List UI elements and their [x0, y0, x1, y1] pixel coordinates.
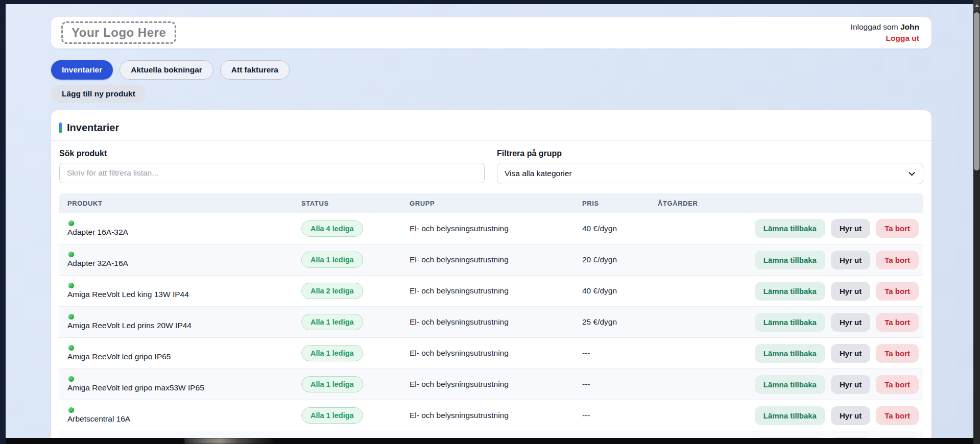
actions-cell: Lämna tillbaka Hyr ut Ta bort [650, 219, 923, 238]
background-window-fragment [184, 438, 274, 444]
product-cell: Amiga ReeVolt Led prins 20W IP44 [59, 314, 293, 330]
price-cell: 40 €/dygn [574, 224, 650, 233]
panel-title: Inventarier [67, 122, 119, 134]
filter-label: Filtrera på grupp [497, 149, 923, 158]
search-input[interactable] [59, 163, 485, 183]
product-cell: Adapter 16A-32A [59, 220, 293, 237]
chevron-down-icon [909, 169, 915, 176]
account-info: Inloggad som John Logga ut [851, 22, 919, 44]
group-filter: Filtrera på grupp Visa alla kategorier [497, 149, 923, 184]
actions-cell: Lämna tillbaka Hyr ut Ta bort [650, 251, 923, 269]
rent-button[interactable]: Hyr ut [831, 251, 870, 269]
tab-inventarier[interactable]: Inventarier [51, 60, 113, 80]
header-card: Your Logo Here Inloggad som John Logga u… [51, 17, 931, 48]
table-header-row: PRODUKT STATUS GRUPP PRIS ÅTGÄRDER [59, 193, 923, 213]
rent-button[interactable]: Hyr ut [831, 375, 870, 394]
product-name: Arbetscentral 16A [67, 414, 293, 424]
status-cell: Alla 4 lediga [293, 220, 401, 237]
product-cell: Amiga ReeVolt led gripo max53W IP65 [59, 376, 293, 392]
delete-button[interactable]: Ta bort [876, 406, 919, 425]
available-dot-icon [68, 376, 74, 382]
product-cell: Adapter 32A-16A [59, 252, 293, 268]
return-button[interactable]: Lämna tillbaka [755, 313, 825, 332]
table-row: Adapter 32A-16A Alla 1 lediga El- och be… [59, 244, 923, 275]
table-row: Amiga ReeVolt Led prins 20W IP44 Alla 1 … [59, 306, 923, 337]
table-row: Amiga ReeVolt led gripo IP65 Alla 1 ledi… [59, 337, 923, 368]
status-cell: Alla 1 lediga [293, 252, 401, 268]
delete-button[interactable]: Ta bort [876, 344, 919, 363]
product-cell: Amiga ReeVolt Led king 13W IP44 [59, 283, 293, 299]
rent-button[interactable]: Hyr ut [831, 406, 870, 425]
product-name: Amiga ReeVolt led gripo max53W IP65 [67, 383, 293, 392]
status-cell: Alla 1 lediga [293, 345, 401, 361]
rent-button[interactable]: Hyr ut [831, 344, 870, 363]
product-name: Adapter 32A-16A [67, 259, 293, 268]
rent-button[interactable]: Hyr ut [831, 282, 870, 301]
status-cell: Alla 1 lediga [293, 314, 401, 330]
return-button[interactable]: Lämna tillbaka [755, 375, 825, 394]
group-cell: El- och belysningsutrustning [401, 380, 574, 389]
available-dot-icon [68, 283, 74, 288]
delete-button[interactable]: Ta bort [876, 282, 919, 301]
secondary-tabs: Lägg till ny produkt [51, 85, 146, 103]
group-cell: El- och belysningsutrustning [401, 224, 574, 233]
return-button[interactable]: Lämna tillbaka [755, 344, 825, 363]
available-dot-icon [68, 252, 74, 257]
primary-tabs: Inventarier Aktuella bokningar Att faktu… [51, 60, 290, 80]
scrollbar[interactable] [973, 0, 980, 444]
available-dot-icon [68, 314, 74, 319]
status-cell: Alla 2 lediga [293, 283, 401, 299]
triangle-up-icon [975, 4, 979, 7]
price-cell: --- [574, 380, 650, 389]
price-cell: 20 €/dygn [574, 255, 650, 264]
product-name: Amiga ReeVolt Led king 13W IP44 [67, 290, 293, 299]
search-label: Sök produkt [59, 149, 485, 158]
inventory-table: PRODUKT STATUS GRUPP PRIS ÅTGÄRDER Adapt… [59, 193, 923, 438]
window-frame-left [0, 0, 6, 444]
bottom-taskbar-strip [6, 438, 973, 444]
logged-in-text: Inloggad som John [851, 22, 919, 33]
logo-text: Your Logo Here [71, 26, 166, 39]
window-frame-top [0, 0, 973, 4]
col-header-atgarder: ÅTGÄRDER [650, 200, 923, 207]
logo-placeholder: Your Logo Here [61, 21, 176, 44]
table-row: Arbetscentral 16A Alla 1 lediga El- och … [59, 400, 923, 431]
status-cell: Alla 1 lediga [293, 407, 401, 424]
rent-button[interactable]: Hyr ut [831, 219, 870, 238]
delete-button[interactable]: Ta bort [876, 313, 919, 332]
logout-link[interactable]: Logga ut [886, 33, 919, 44]
scrollbar-up-button[interactable] [973, 0, 980, 11]
table-row: Arbetscentral 32A Alla 1 lediga El- och … [59, 431, 923, 438]
actions-cell: Lämna tillbaka Hyr ut Ta bort [650, 282, 923, 301]
logged-in-prefix: Inloggad som [851, 22, 898, 31]
group-cell: El- och belysningsutrustning [401, 317, 574, 327]
delete-button[interactable]: Ta bort [876, 219, 919, 238]
col-header-grupp: GRUPP [401, 200, 574, 207]
tab-att-fakturera[interactable]: Att fakturera [220, 60, 290, 80]
group-filter-select[interactable]: Visa alla kategorier [497, 163, 923, 184]
table-row: Amiga ReeVolt led gripo max53W IP65 Alla… [59, 368, 923, 400]
inventory-panel: Inventarier Sök produkt Filtrera på grup… [51, 110, 931, 438]
panel-title-row: Inventarier [51, 110, 931, 141]
available-dot-icon [68, 345, 74, 351]
return-button[interactable]: Lämna tillbaka [755, 406, 825, 425]
delete-button[interactable]: Ta bort [876, 251, 919, 269]
return-button[interactable]: Lämna tillbaka [755, 219, 825, 238]
group-filter-value: Visa alla kategorier [505, 169, 572, 178]
user-name: John [900, 22, 919, 31]
return-button[interactable]: Lämna tillbaka [755, 282, 825, 301]
status-cell: Alla 1 lediga [293, 376, 401, 392]
price-cell: 25 €/dygn [574, 317, 650, 327]
return-button[interactable]: Lämna tillbaka [755, 251, 825, 269]
page-background: Your Logo Here Inloggad som John Logga u… [6, 4, 973, 438]
rent-button[interactable]: Hyr ut [831, 313, 870, 332]
delete-button[interactable]: Ta bort [876, 375, 919, 394]
filter-controls: Sök produkt Filtrera på grupp Visa alla … [51, 141, 931, 184]
product-cell: Arbetscentral 16A [59, 407, 293, 424]
add-product-button[interactable]: Lägg till ny produkt [51, 85, 146, 103]
col-header-pris: PRIS [574, 200, 650, 207]
scrollbar-thumb[interactable] [974, 12, 979, 170]
col-header-produkt: PRODUKT [59, 200, 293, 207]
tab-aktuella-bokningar[interactable]: Aktuella bokningar [119, 60, 213, 80]
table-row: Amiga ReeVolt Led king 13W IP44 Alla 2 l… [59, 275, 923, 306]
